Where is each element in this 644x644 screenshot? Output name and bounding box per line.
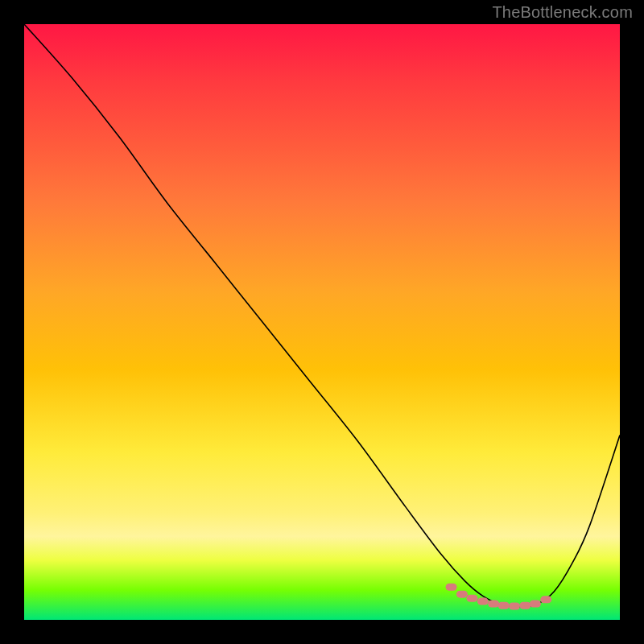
marker-dot [498, 602, 510, 609]
attribution-text: TheBottleneck.com [492, 3, 633, 22]
marker-dot [466, 595, 477, 602]
marker-dot [446, 584, 457, 591]
marker-dot [509, 602, 520, 609]
marker-dot [477, 598, 489, 605]
marker-dot [540, 596, 551, 603]
plot-area [24, 24, 620, 620]
main-curve [24, 24, 620, 607]
chart-svg [24, 24, 620, 620]
marker-cluster [446, 584, 552, 610]
marker-dot [456, 591, 468, 598]
marker-dot [519, 602, 530, 609]
marker-dot [530, 601, 541, 608]
marker-dot [488, 601, 499, 608]
